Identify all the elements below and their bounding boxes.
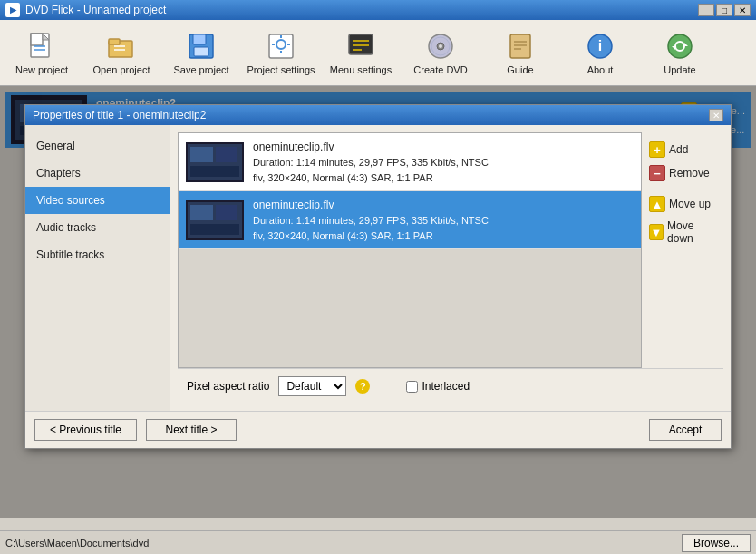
menu-settings-label: Menu settings: [330, 64, 392, 75]
accept-button[interactable]: Accept: [649, 419, 722, 441]
window-controls[interactable]: _ □ ✕: [698, 4, 751, 16]
menu-settings-icon: [344, 30, 377, 63]
open-project-icon: [105, 30, 138, 63]
menu-settings-button[interactable]: Menu settings: [321, 24, 401, 82]
vs-filename-2: oneminuteclip.flv: [253, 197, 489, 213]
project-settings-label: Project settings: [247, 64, 315, 75]
svg-text:i: i: [598, 38, 602, 53]
create-dvd-icon: [424, 30, 457, 63]
vs-thumb-2: [186, 200, 244, 240]
svg-point-32: [668, 34, 692, 58]
properties-dialog: Properties of title 1 - oneminuteclip2 ✕…: [24, 104, 732, 449]
video-source-panel: oneminuteclip.flv Duration: 1:14 minutes…: [178, 132, 723, 368]
close-button[interactable]: ✕: [734, 4, 751, 16]
guide-button[interactable]: Guide: [480, 24, 560, 82]
remove-source-row[interactable]: − Remove: [649, 165, 716, 181]
about-label: About: [587, 64, 614, 75]
maximize-button[interactable]: □: [716, 4, 732, 16]
sidebar-item-subtitle-tracks[interactable]: Subtitle tracks: [25, 241, 170, 268]
vs-filename-1: oneminuteclip.flv: [253, 139, 489, 155]
project-settings-icon: [265, 30, 297, 63]
add-source-icon: +: [649, 141, 665, 158]
svg-rect-50: [190, 224, 239, 235]
sidebar-chapters-label: Chapters: [36, 167, 81, 180]
dialog-overlay: Properties of title 1 - oneminuteclip2 ✕…: [0, 86, 756, 518]
app-icon: ▶: [5, 3, 20, 17]
main-area: oneminuteclip2 C:\downloads\oneminutecli…: [0, 86, 756, 518]
interlaced-checkbox[interactable]: [406, 381, 418, 393]
dialog-title-bar: Properties of title 1 - oneminuteclip2 ✕: [25, 105, 731, 125]
video-source-item[interactable]: oneminuteclip.flv Duration: 1:14 minutes…: [179, 191, 641, 249]
add-source-label: Add: [669, 143, 688, 156]
move-down-row[interactable]: ▼ Move down: [649, 219, 716, 245]
pixel-aspect-section: Pixel aspect ratio Default 1:1 PAR 4:3 S…: [178, 368, 723, 403]
move-up-label: Move up: [669, 198, 711, 210]
toolbar: New project Open project Save project: [0, 20, 756, 86]
next-title-button[interactable]: Next title >: [146, 419, 237, 441]
dialog-action-buttons: + Add − Remove ▲ Move up: [642, 132, 723, 368]
dialog-body: General Chapters Video sources Audio tra…: [25, 125, 731, 411]
svg-rect-49: [216, 205, 237, 220]
video-source-item[interactable]: oneminuteclip.flv Duration: 1:14 minutes…: [179, 133, 641, 191]
add-source-row[interactable]: + Add: [649, 141, 716, 158]
interlaced-label[interactable]: Interlaced: [406, 380, 470, 393]
remove-source-label: Remove: [669, 167, 710, 180]
video-source-list: oneminuteclip.flv Duration: 1:14 minutes…: [178, 132, 642, 368]
save-project-icon: [185, 30, 218, 63]
create-dvd-label: Create DVD: [413, 64, 467, 75]
about-button[interactable]: i About: [560, 24, 640, 82]
vs-line1-2: Duration: 1:14 minutes, 29,97 FPS, 335 K…: [253, 213, 489, 228]
vs-line1-1: Duration: 1:14 minutes, 29,97 FPS, 335 K…: [253, 155, 489, 170]
sidebar-item-chapters[interactable]: Chapters: [25, 160, 170, 187]
sidebar-general-label: General: [36, 140, 75, 152]
svg-rect-18: [349, 34, 373, 54]
move-up-row[interactable]: ▲ Move up: [649, 196, 716, 212]
sidebar-item-audio-tracks[interactable]: Audio tracks: [25, 214, 170, 241]
pixel-aspect-dropdown[interactable]: Default 1:1 PAR 4:3 SAR: [278, 376, 346, 396]
svg-rect-6: [109, 39, 120, 44]
vs-info-2: oneminuteclip.flv Duration: 1:14 minutes…: [253, 197, 489, 243]
status-bar: C:\Users\Macen\Documents\dvd Browse...: [0, 530, 756, 554]
svg-rect-44: [216, 147, 237, 162]
new-project-icon: [25, 30, 58, 63]
interlaced-text: Interlaced: [422, 380, 470, 393]
pixel-aspect-help-icon[interactable]: ?: [355, 379, 370, 394]
open-project-button[interactable]: Open project: [82, 24, 161, 82]
browse-button[interactable]: Browse...: [682, 534, 751, 552]
new-project-button[interactable]: New project: [2, 24, 82, 82]
create-dvd-button[interactable]: Create DVD: [401, 24, 480, 82]
svg-rect-43: [190, 147, 213, 162]
guide-label: Guide: [507, 64, 533, 75]
sidebar-video-sources-label: Video sources: [36, 194, 105, 207]
vs-line2-1: flv, 320×240, Normal (4:3) SAR, 1:1 PAR: [253, 170, 489, 186]
dialog-sidebar: General Chapters Video sources Audio tra…: [25, 125, 170, 411]
sidebar-item-video-sources[interactable]: Video sources: [25, 187, 170, 214]
update-label: Update: [664, 64, 695, 75]
update-icon: [664, 30, 696, 63]
about-icon: i: [584, 30, 616, 63]
update-button[interactable]: Update: [640, 24, 720, 82]
svg-rect-26: [510, 34, 530, 58]
status-path: C:\Users\Macen\Documents\dvd: [5, 538, 149, 549]
svg-rect-11: [194, 47, 208, 56]
vs-info-1: oneminuteclip.flv Duration: 1:14 minutes…: [253, 139, 489, 185]
svg-rect-45: [190, 166, 239, 177]
save-project-button[interactable]: Save project: [161, 24, 241, 82]
svg-rect-48: [190, 205, 213, 220]
guide-icon: [504, 30, 537, 63]
svg-rect-10: [193, 34, 206, 44]
dialog-footer: < Previous title Next title > Accept: [25, 411, 731, 448]
dialog-close-button[interactable]: ✕: [709, 109, 723, 121]
vs-thumb-img-1: [186, 142, 244, 182]
vs-thumb-1: [186, 142, 244, 182]
minimize-button[interactable]: _: [698, 4, 714, 16]
sidebar-audio-tracks-label: Audio tracks: [36, 221, 96, 234]
sidebar-item-general[interactable]: General: [25, 132, 170, 160]
open-project-label: Open project: [93, 64, 150, 75]
previous-title-button[interactable]: < Previous title: [34, 419, 137, 441]
move-down-icon: ▼: [649, 224, 664, 240]
remove-source-icon: −: [649, 165, 665, 181]
dialog-title: Properties of title 1 - oneminuteclip2: [33, 109, 206, 121]
project-settings-button[interactable]: Project settings: [241, 24, 321, 82]
vs-empty-area: [179, 249, 641, 367]
